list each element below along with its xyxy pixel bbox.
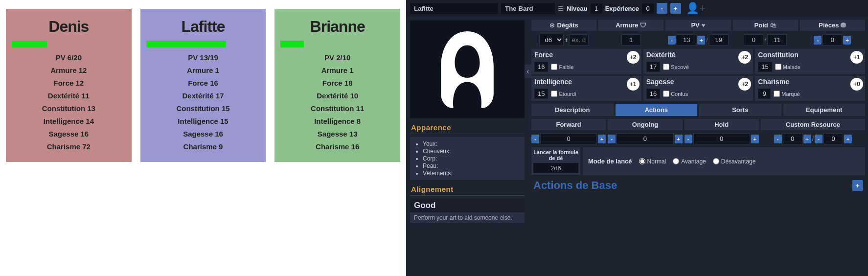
xp-value: 0: [642, 3, 654, 14]
coins-header: Pièces⛃: [800, 20, 865, 31]
hold-header: Hold: [685, 119, 759, 130]
attr-force: Force +2 16Faible: [531, 49, 641, 74]
attr-int: Intelligence +1 15Étourdi: [531, 76, 641, 101]
weight-current: 0: [744, 34, 763, 46]
stat-int: Intelligence 8: [278, 117, 396, 125]
tab-description[interactable]: Description: [531, 104, 614, 116]
add-player-icon[interactable]: 👤+: [686, 2, 706, 15]
ongoing-header: Ongoing: [608, 119, 682, 130]
attr-value[interactable]: 16: [534, 62, 548, 72]
dice-formula-value[interactable]: 2d6: [533, 163, 578, 173]
attr-mod[interactable]: +0: [850, 78, 863, 91]
stat-pv: PV 2/10: [278, 53, 396, 62]
roll-mode-advantage[interactable]: Avantage: [673, 158, 706, 165]
damage-die-select[interactable]: d6: [539, 34, 564, 46]
roll-mode-disadvantage[interactable]: Désavantage: [713, 158, 756, 165]
attr-mod[interactable]: +2: [627, 51, 640, 64]
xp-plus-button[interactable]: +: [670, 3, 681, 14]
stat-force: Force 18: [278, 79, 396, 87]
armor-header: Armure🛡: [598, 20, 663, 31]
attr-value[interactable]: 9: [758, 89, 771, 99]
attr-value[interactable]: 15: [534, 89, 548, 99]
appearance-item: Cheuveux:: [423, 148, 520, 155]
hp-header: PV♥: [665, 20, 731, 31]
coins-icon: ⛃: [841, 22, 846, 29]
tab-equipement[interactable]: Equipement: [783, 104, 866, 116]
custom-resource-header: Custom Resource: [761, 119, 865, 130]
hp-minus-button[interactable]: -: [668, 36, 676, 45]
appearance-item: Peau:: [423, 162, 520, 169]
tab-actions[interactable]: Actions: [616, 104, 698, 116]
name-input[interactable]: [410, 3, 498, 14]
level-label: Niveau: [567, 5, 588, 12]
hp-current: 13: [677, 34, 696, 46]
hold-plus[interactable]: +: [751, 135, 759, 143]
attr-value[interactable]: 17: [646, 62, 660, 72]
sheet-tabs: Description Actions Sorts Equipement: [531, 104, 865, 116]
top-stats-headers: ⊛Dégâts Armure🛡 PV♥ Poid🛍 Pièces⛃: [531, 20, 865, 31]
hold-value: 0: [693, 133, 750, 144]
stat-armure: Armure 1: [144, 66, 262, 74]
class-input[interactable]: [501, 3, 555, 14]
top-stats-values: d6 + - 13 + / 19 0 / 11 -: [531, 34, 865, 46]
custom1-plus[interactable]: +: [803, 135, 811, 143]
dice-formula-label: Lancer la formule de dé: [533, 149, 578, 161]
forward-minus[interactable]: -: [531, 135, 539, 143]
debility-toggle[interactable]: Marqué: [774, 91, 799, 97]
add-action-button[interactable]: +: [852, 180, 863, 191]
armor-input[interactable]: [621, 34, 641, 46]
stat-armure: Armure 1: [278, 66, 396, 74]
debility-toggle[interactable]: Secové: [663, 64, 689, 70]
custom2-plus[interactable]: +: [844, 135, 852, 143]
forward-plus[interactable]: +: [598, 135, 606, 143]
char-card: Denis PV 6/20 Armure 12 Force 12 Dextéri…: [6, 9, 132, 162]
hp-plus-button[interactable]: +: [697, 36, 705, 45]
debility-toggle[interactable]: Confus: [663, 91, 688, 97]
custom2-value: 0: [823, 133, 843, 144]
weight-header: Poid🛍: [733, 20, 798, 31]
roll-mode-normal[interactable]: Normal: [639, 158, 666, 165]
attr-mod[interactable]: +1: [627, 78, 640, 91]
appearance-item: Yeux:: [423, 140, 520, 147]
attr-value[interactable]: 16: [646, 89, 660, 99]
stat-force: Force 12: [10, 79, 128, 87]
stat-con: Constitution 11: [278, 104, 396, 113]
stat-pv: PV 6/20: [10, 53, 128, 62]
custom1-minus[interactable]: -: [774, 135, 782, 143]
stats-column: ⊛Dégâts Armure🛡 PV♥ Poid🛍 Pièces⛃ d6 + -…: [528, 17, 868, 276]
coin-minus-button[interactable]: -: [814, 36, 822, 45]
debility-toggle[interactable]: Étourdi: [551, 91, 576, 97]
stat-dex: Dextérité 10: [278, 92, 396, 100]
ongoing-minus[interactable]: -: [608, 135, 616, 143]
hold-minus[interactable]: -: [685, 135, 692, 143]
custom2-minus[interactable]: -: [815, 135, 822, 143]
xp-minus-button[interactable]: -: [657, 3, 667, 14]
bag-icon: 🛍: [770, 22, 777, 29]
shield-icon: 🛡: [640, 22, 646, 29]
alignment-header: Alignement: [410, 183, 525, 196]
alignment-desc: Perform your art to aid someone else.: [410, 212, 525, 223]
base-actions-title: Actions de Base: [533, 179, 617, 192]
hp-bar: [12, 41, 47, 47]
stat-sag: Sagesse 16: [10, 130, 128, 138]
tab-sorts[interactable]: Sorts: [699, 104, 781, 116]
ongoing-value: 0: [617, 133, 673, 144]
ongoing-plus[interactable]: +: [675, 135, 683, 143]
coin-plus-button[interactable]: +: [843, 36, 851, 45]
attr-mod[interactable]: +1: [850, 51, 863, 64]
debility-toggle[interactable]: Faible: [551, 64, 573, 70]
char-name: Brianne: [278, 18, 396, 36]
stat-dex: Dextérité 11: [10, 92, 128, 100]
xp-label: Expérience: [605, 5, 639, 12]
svg-point-1: [469, 58, 478, 64]
hp-max: 19: [709, 34, 729, 46]
attr-con: Constitution +1 15Malade: [755, 49, 865, 74]
collapse-handle[interactable]: ‹: [525, 65, 531, 78]
damage-bonus-input[interactable]: [569, 34, 589, 46]
list-icon: ☰: [558, 5, 564, 12]
stat-pv: PV 13/19: [144, 53, 262, 62]
attr-value[interactable]: 15: [758, 62, 772, 72]
attr-dex: Dextérité +2 17Secové: [643, 49, 754, 74]
debility-toggle[interactable]: Malade: [775, 64, 800, 70]
char-name: Lafitte: [144, 18, 262, 36]
